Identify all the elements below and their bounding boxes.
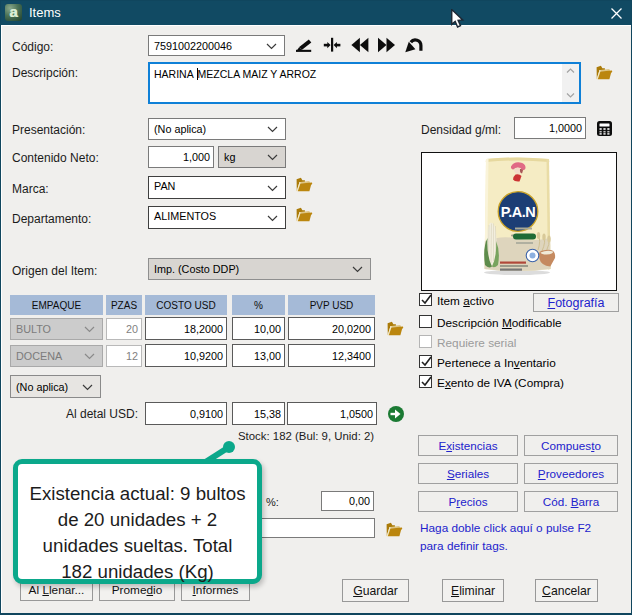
- svg-text:P.A.N: P.A.N: [501, 204, 535, 220]
